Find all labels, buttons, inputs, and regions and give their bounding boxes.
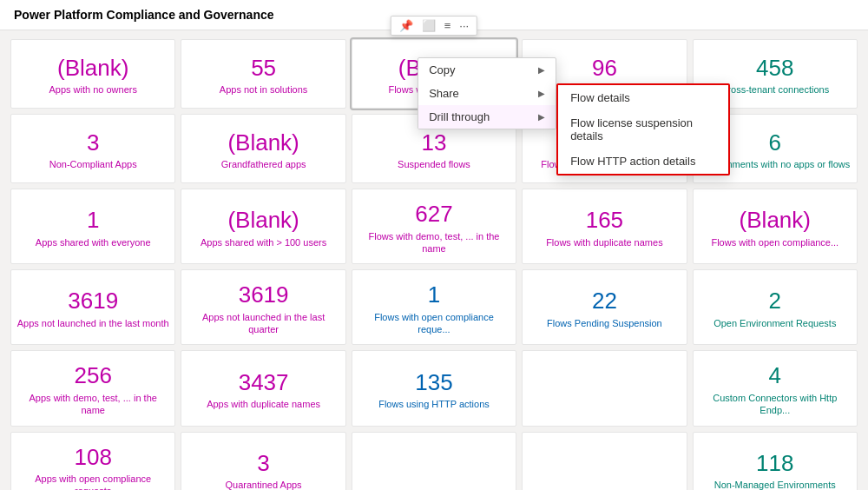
tile-card[interactable] [522,350,687,426]
chevron-right-icon: ▶ [538,65,545,75]
card-label: Flows with open compliance reque... [358,311,510,336]
card-number: 3 [87,130,99,156]
drill-through-submenu: Flow detailsFlow license suspension deta… [556,83,730,175]
card-number: 458 [756,56,793,81]
tile-card[interactable]: 627Flows with demo, test, ... in the nam… [352,189,516,264]
card-number: (Blank) [227,208,299,233]
card-label: Flows with demo, test, ... in the name [358,230,510,255]
card-number: 55 [251,56,276,81]
card-label: Grandfathered apps [221,158,306,170]
card-number: 13 [422,130,447,156]
card-label: Apps shared with > 100 users [201,236,326,248]
card-label: Flows with duplicate names [546,236,663,248]
submenu-item-2[interactable]: Flow HTTP action details [558,149,728,174]
card-label: Non-Compliant Apps [49,158,137,170]
card-number: 3437 [239,370,289,395]
dashboard: (Blank)Apps with no owners55Apps not in … [0,30,868,490]
card-number: 108 [75,445,112,470]
tile-card[interactable]: 108Apps with open compliance requests [10,432,175,490]
card-label: Quarantined Apps [226,479,302,490]
card-number: (Blank) [740,208,811,233]
card-number: (Blank) [57,56,128,81]
card-label: Apps not launched in the last month [17,317,169,329]
card-number: 3 [257,451,269,476]
card-label: Flows Pending Suspension [547,317,662,329]
tile-card[interactable]: 22Flows Pending Suspension [522,269,687,345]
toolbar-icon-1[interactable]: ⬜ [419,18,438,33]
toolbar-icon-2[interactable]: ≡ [442,18,454,33]
context-menu-item-0[interactable]: Copy▶ [418,58,556,82]
card-number: 2 [769,288,781,314]
card-label: Apps with no owners [49,83,137,96]
tile-card[interactable]: 1Flows with open compliance reque... [352,269,516,345]
tile-card[interactable]: (Blank)Grandfathered apps [181,114,345,183]
card-label: Apps with demo, test, ... in the name [16,392,169,417]
tile-card[interactable]: 165Flows with duplicate names [522,189,687,264]
card-label: Apps with open compliance requests [16,473,169,490]
card-label: Non-Managed Environments [714,479,836,490]
tile-card[interactable]: (Blank)Flows with no owners📌⬜≡···Copy▶Sh… [352,39,516,109]
tile-card[interactable]: 3437Apps with duplicate names [181,350,345,426]
card-toolbar: 📌⬜≡··· [391,16,477,36]
card-label: Apps shared with everyone [36,236,151,248]
card-label: Apps not in solutions [220,83,308,96]
context-menu-label: Copy [429,63,455,76]
context-menu-item-2[interactable]: Drill through▶ [418,105,556,129]
toolbar-icon-0[interactable]: 📌 [397,18,416,33]
tile-card[interactable]: 4Custom Connectors with Http Endp... [693,350,858,426]
tile-card[interactable]: 256Apps with demo, test, ... in the name [10,350,175,426]
card-label: Open Environment Requests [713,317,836,329]
card-number: 3619 [239,282,289,308]
card-label: Apps with duplicate names [207,398,320,410]
context-menu: Copy▶Share▶Drill through▶ [418,57,556,129]
card-number: 22 [592,288,617,314]
card-number: 627 [415,202,452,227]
tile-card[interactable] [522,432,687,490]
tile-card[interactable]: 3Quarantined Apps [181,432,345,490]
card-number: 135 [415,370,452,395]
card-label: Flows using HTTP actions [378,398,490,410]
card-label: Cross-tenant connections [720,83,829,96]
card-number: 3619 [68,288,118,314]
context-menu-label: Drill through [429,110,490,123]
tile-card[interactable] [352,432,516,490]
context-menu-label: Share [429,87,459,100]
card-label: Suspended flows [398,158,470,170]
card-number: 1 [428,282,440,308]
tile-card[interactable]: 55Apps not in solutions [181,39,345,109]
tile-card[interactable]: 135Flows using HTTP actions [352,350,516,426]
page-title: Power Platform Compliance and Governance [14,8,274,22]
card-number: 96 [592,56,617,81]
card-label: Apps not launched in the last quarter [187,311,339,336]
toolbar-icon-3[interactable]: ··· [457,18,471,33]
card-number: 4 [769,363,781,388]
card-number: 118 [756,451,793,476]
card-number: 6 [769,130,781,156]
chevron-right-icon: ▶ [538,89,545,98]
tile-card[interactable]: 2Open Environment Requests [693,269,858,345]
context-menu-item-1[interactable]: Share▶ [418,82,556,105]
tile-card[interactable]: 118Non-Managed Environments [693,432,858,490]
card-label: Custom Connectors with Http Endp... [699,392,852,417]
submenu-item-1[interactable]: Flow license suspension details [558,110,728,149]
card-label: Flows with open compliance... [711,236,838,248]
tile-card[interactable]: 1Apps shared with everyone [10,189,175,264]
card-number: 256 [75,363,112,388]
chevron-right-icon: ▶ [538,112,545,122]
card-number: 1 [87,208,99,233]
tile-card[interactable]: (Blank)Flows with open compliance... [693,189,858,264]
tile-card[interactable]: 3619Apps not launched in the last quarte… [181,269,345,345]
tile-card[interactable]: (Blank)Apps shared with > 100 users [181,189,345,264]
tile-card[interactable]: 3619Apps not launched in the last month [10,269,175,345]
tile-card[interactable]: 3Non-Compliant Apps [10,114,175,183]
card-number: (Blank) [227,130,299,156]
tile-card[interactable]: (Blank)Apps with no owners [10,39,175,109]
card-number: 165 [586,208,623,233]
submenu-item-0[interactable]: Flow details [558,85,728,110]
